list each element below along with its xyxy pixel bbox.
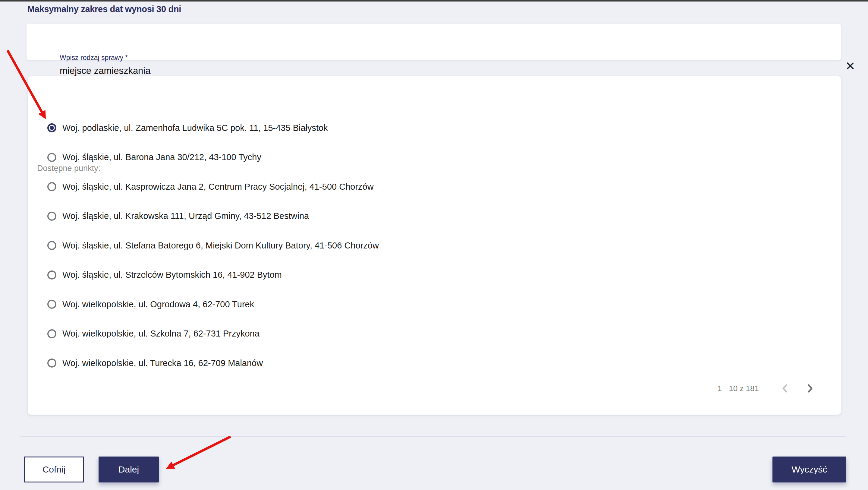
point-option-label: Woj. śląskie, ul. Kasprowicza Jana 2, Ce…: [62, 182, 374, 192]
point-option-row[interactable]: Woj. podlaskie, ul. Zamenhofa Ludwika 5C…: [47, 121, 328, 135]
point-option-row[interactable]: Woj. śląskie, ul. Stefana Batorego 6, Mi…: [47, 238, 379, 253]
chevron-right-icon: [805, 383, 815, 394]
point-option-label: Woj. śląskie, ul. Stefana Batorego 6, Mi…: [62, 241, 379, 251]
top-window-strip: [0, 0, 868, 1]
case-type-field-card: Wpisz rodzaj sprawy * ✕: [27, 24, 841, 60]
chevron-left-icon: [780, 383, 790, 394]
point-option-label: Woj. śląskie, ul. Barona Jana 30/212, 43…: [62, 152, 261, 162]
clear-button[interactable]: Wyczyść: [772, 457, 846, 483]
radio-button-icon[interactable]: [47, 358, 56, 368]
next-button[interactable]: Dalej: [98, 457, 159, 483]
clear-input-icon[interactable]: ✕: [840, 56, 861, 77]
point-option-label: Woj. podlaskie, ul. Zamenhofa Ludwika 5C…: [62, 123, 328, 133]
case-type-input[interactable]: [60, 64, 798, 78]
point-option-label: Woj. wielkopolskie, ul. Turecka 16, 62-7…: [62, 358, 263, 368]
arrow-to-next-button: [168, 437, 230, 468]
radio-button-icon[interactable]: [47, 153, 56, 162]
point-option-row[interactable]: Woj. wielkopolskie, ul. Turecka 16, 62-7…: [47, 356, 263, 370]
max-date-range-note: Maksymalny zakres dat wynosi 30 dni: [27, 4, 181, 14]
point-option-label: Woj. śląskie, ul. Strzelców Bytomskich 1…: [62, 270, 282, 280]
radio-button-icon[interactable]: [47, 182, 56, 191]
case-type-label: Wpisz rodzaj sprawy *: [60, 54, 128, 62]
footer-divider: [21, 436, 846, 437]
pagination-next-button[interactable]: [802, 381, 817, 396]
point-option-row[interactable]: Woj. śląskie, ul. Kasprowicza Jana 2, Ce…: [47, 179, 374, 194]
back-button[interactable]: Cofnij: [24, 457, 84, 483]
point-option-row[interactable]: Woj. wielkopolskie, ul. Szkolna 7, 62-73…: [47, 326, 259, 341]
radio-button-icon[interactable]: [47, 270, 56, 280]
radio-button-icon[interactable]: [47, 123, 56, 133]
radio-button-icon[interactable]: [47, 212, 56, 221]
point-option-label: Woj. śląskie, ul. Krakowska 111, Urząd G…: [62, 211, 309, 221]
pagination-range-label: 1 - 10 z 181: [718, 384, 759, 393]
point-option-row[interactable]: Woj. śląskie, ul. Strzelców Bytomskich 1…: [47, 268, 282, 282]
available-points-panel: Dostępne punkty: 1 - 10 z 181 Woj. podla…: [28, 76, 841, 414]
available-points-label: Dostępne punkty:: [37, 164, 100, 173]
radio-button-icon[interactable]: [47, 300, 56, 309]
point-option-label: Woj. wielkopolskie, ul. Ogrodowa 4, 62-7…: [62, 299, 254, 309]
point-option-row[interactable]: Woj. wielkopolskie, ul. Ogrodowa 4, 62-7…: [47, 297, 254, 312]
point-option-row[interactable]: Woj. śląskie, ul. Barona Jana 30/212, 43…: [47, 150, 261, 165]
radio-button-icon[interactable]: [47, 241, 56, 250]
point-option-label: Woj. wielkopolskie, ul. Szkolna 7, 62-73…: [62, 329, 259, 339]
point-option-row[interactable]: Woj. śląskie, ul. Krakowska 111, Urząd G…: [47, 209, 309, 224]
pagination-prev-button[interactable]: [778, 381, 793, 396]
pagination: 1 - 10 z 181: [718, 381, 817, 396]
radio-button-icon[interactable]: [47, 329, 56, 338]
